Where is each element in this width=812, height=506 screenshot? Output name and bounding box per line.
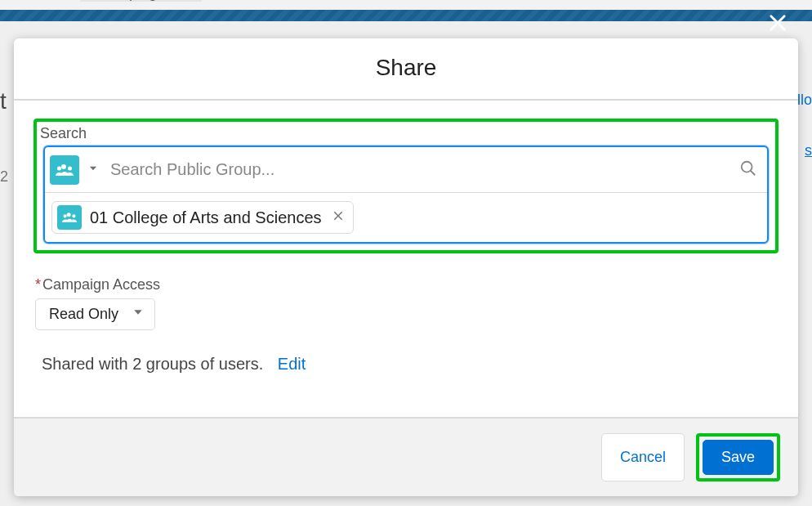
access-select-value: Read Only: [49, 306, 118, 323]
chevron-down-icon: [132, 306, 145, 323]
nav-item-reports[interactable]: orts▾: [8, 0, 80, 2]
entity-type-picker[interactable]: [87, 163, 99, 177]
row-number-fragment: 2: [0, 168, 8, 186]
nav-item-campaigns[interactable]: Campaigns▾: [80, 0, 202, 2]
svg-point-0: [742, 161, 752, 172]
modal-body: Search: [14, 101, 798, 417]
share-modal: Share Search: [14, 38, 798, 496]
search-region: Search: [33, 119, 779, 253]
search-label: Search: [40, 125, 769, 142]
page-title-fragment: t: [0, 88, 7, 114]
top-nav: orts▾ Campaigns▾ Dashboards▾ Contacts▾ E…: [0, 0, 812, 10]
save-highlight: Save: [696, 433, 780, 481]
search-input[interactable]: [99, 160, 739, 179]
svg-line-1: [751, 170, 756, 175]
cancel-button[interactable]: Cancel: [601, 433, 685, 481]
access-block: *Campaign Access Read Only: [33, 276, 779, 330]
edit-link[interactable]: Edit: [278, 355, 306, 373]
selected-pills-row: 01 College of Arts and Sciences: [45, 193, 767, 242]
decorative-bar: [0, 10, 812, 21]
access-label: *Campaign Access: [35, 276, 779, 293]
search-row: [45, 147, 767, 193]
shared-text: Shared with 2 groups of users.: [42, 355, 263, 373]
pill-label: 01 College of Arts and Sciences: [90, 208, 322, 227]
nav-item-dashboards[interactable]: Dashboards▾: [202, 0, 328, 2]
nav-item-contacts[interactable]: Contacts▾: [328, 0, 434, 2]
modal-header: Share: [14, 38, 798, 101]
remove-pill-icon[interactable]: [330, 208, 346, 227]
nav-item-email-sends[interactable]: Email Sends▾: [434, 0, 564, 2]
required-star: *: [35, 276, 41, 293]
search-icon[interactable]: [739, 159, 757, 181]
selected-group-pill: 01 College of Arts and Sciences: [51, 201, 354, 234]
nav-item-licenses[interactable]: Licenses▾: [564, 0, 669, 2]
search-box: 01 College of Arts and Sciences: [43, 146, 769, 244]
save-button[interactable]: Save: [703, 440, 774, 475]
public-group-icon: [50, 155, 79, 185]
link-fragment: s: [805, 142, 812, 159]
shared-with-line: Shared with 2 groups of users. Edit: [33, 355, 779, 374]
access-select[interactable]: Read Only: [35, 298, 155, 330]
close-icon[interactable]: [766, 11, 789, 34]
public-group-icon: [57, 205, 82, 230]
nav-item-event[interactable]: Event L: [669, 0, 755, 2]
modal-footer: Cancel Save: [14, 417, 798, 496]
modal-title: Share: [14, 55, 798, 81]
